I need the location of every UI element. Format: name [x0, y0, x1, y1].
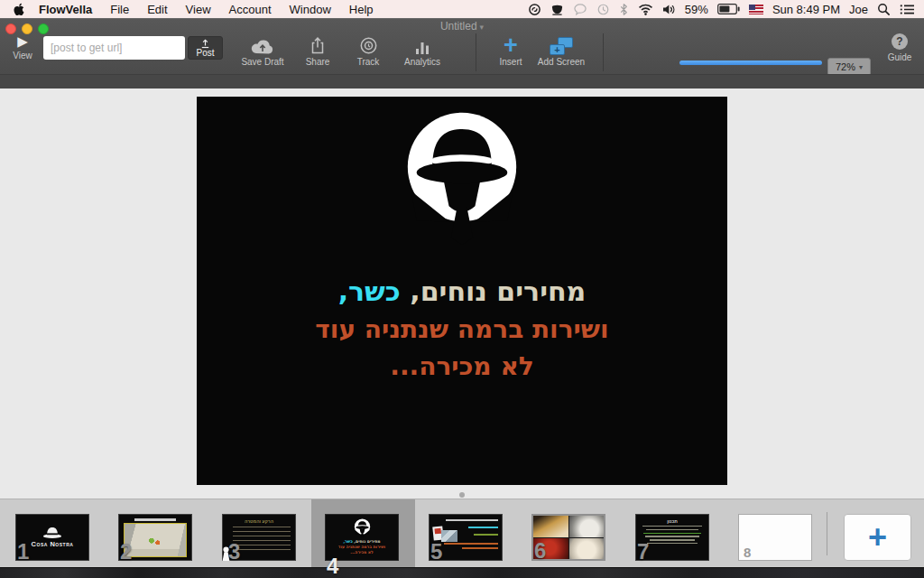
post-label: Post [196, 49, 214, 58]
mini-line-1-main: מחירים נוחים, [353, 539, 381, 544]
thumbnail-number: 2 [120, 539, 132, 564]
dough-photo [569, 538, 605, 560]
desktop-wallpaper [0, 567, 924, 578]
text-line [646, 529, 698, 530]
mini-line-1-accent: כשר, [343, 539, 352, 544]
product-image [441, 530, 457, 542]
add-screen-icon: + [550, 33, 573, 55]
slide-thumbnail-2[interactable]: 2 [118, 514, 192, 561]
cloud-upload-icon [249, 33, 276, 55]
menu-item-help[interactable]: Help [340, 3, 383, 16]
spotlight-search-icon[interactable] [877, 3, 891, 16]
document-title-dropdown[interactable]: Untitled▾ [0, 20, 924, 33]
thumbnail-number: 1 [17, 539, 29, 564]
thumbnail-number: 6 [534, 538, 546, 564]
track-icon [359, 33, 378, 55]
menu-bar-user[interactable]: Joe [849, 3, 868, 16]
thumbnail-number: 7 [637, 539, 649, 564]
text-line [650, 539, 695, 540]
zoom-slider[interactable] [679, 61, 822, 65]
analytics-label: Analytics [404, 57, 440, 67]
slide-line-1-accent: כשר, [338, 275, 401, 307]
menu-item-edit[interactable]: Edit [138, 3, 176, 16]
slide-filmstrip: Cosa Nostra 1 2 הרקע והמטרה 3 [0, 499, 924, 567]
volume-icon[interactable] [662, 4, 676, 15]
save-draft-label: Save Draft [241, 57, 283, 67]
messages-icon[interactable] [573, 3, 587, 16]
menu-item-account[interactable]: Account [220, 3, 281, 16]
text-line [462, 547, 498, 549]
menu-item-window[interactable]: Window [281, 3, 340, 16]
post-url-field[interactable] [43, 36, 185, 60]
editor-canvas: מחירים נוחים, כשר, ושירות ברמה שנתניה עו… [0, 89, 924, 499]
play-icon: ▶ [17, 33, 28, 50]
cheese-photo [533, 516, 568, 537]
insert-button[interactable]: + Insert [482, 33, 540, 67]
track-label: Track [357, 57, 380, 67]
slide-thumbnail-4-selected[interactable]: מחירים נוחים, כשר, ושירות ברמה שנתניה עו… [325, 514, 399, 561]
thumbnail-number: 4 [327, 554, 337, 564]
post-button[interactable]: Post [188, 36, 223, 60]
caret-down-icon: ▾ [859, 63, 863, 71]
menu-bar-clock[interactable]: Sun 8:49 PM [772, 3, 840, 16]
zoom-level-dropdown[interactable]: 72% ▾ [827, 58, 871, 76]
add-screen-button[interactable]: + Add Screen [532, 33, 590, 67]
plus-icon: + [504, 33, 518, 55]
flag-canton [749, 5, 755, 10]
bluetooth-icon[interactable] [619, 3, 629, 16]
add-slide-button[interactable]: + [844, 514, 911, 561]
slide-thumbnail-6[interactable]: 6 [531, 514, 605, 561]
notification-list-icon[interactable] [900, 4, 915, 15]
slide-thumbnail-8[interactable]: 8 [738, 514, 812, 561]
map-graphic [124, 523, 187, 558]
view-button[interactable]: ▶ View [7, 33, 38, 61]
menu-item-flowvella[interactable]: FlowVella [32, 3, 101, 16]
text-line [643, 533, 701, 534]
view-label: View [13, 51, 32, 61]
battery-percent: 59% [685, 3, 708, 16]
thumbnail-number: 8 [744, 545, 751, 560]
save-draft-button[interactable]: Save Draft [234, 33, 291, 67]
us-flag-icon[interactable] [749, 5, 763, 14]
app-toolbar: Untitled▾ ▶ View Post Save Draft Share [0, 18, 924, 74]
toolbar-divider [476, 33, 476, 71]
time-machine-icon[interactable] [596, 3, 610, 16]
guide-label: Guide [888, 52, 912, 62]
share-label: Share [306, 57, 330, 67]
menu-item-view[interactable]: View [177, 3, 220, 16]
slide-thumbnail-7[interactable]: תכנון 7 [635, 514, 709, 561]
current-slide[interactable]: מחירים נוחים, כשר, ושירות ברמה שנתניה עו… [197, 97, 727, 485]
text-line [645, 536, 699, 536]
slide-line-2: ושירות ברמה שנתניה עוד [315, 311, 608, 348]
shazam-icon[interactable] [528, 3, 541, 16]
macos-menu-bar: FlowVella File Edit View Account Window … [0, 0, 924, 18]
mini-line-3: לא מכירה... [338, 550, 385, 555]
slide-thumbnail-1[interactable]: Cosa Nostra 1 [15, 514, 89, 561]
thumbnail-number: 5 [430, 539, 442, 564]
bar-chart-icon [413, 33, 431, 55]
slide-line-1: מחירים נוחים, כשר, [315, 273, 608, 311]
text-line [468, 527, 498, 528]
mafia-hat-logo[interactable] [389, 103, 535, 247]
thumbnail-3-title: הרקע והמטרה [227, 518, 291, 524]
tiny-title-line [134, 518, 176, 521]
panel-resize-handle[interactable] [459, 492, 465, 498]
share-button[interactable]: Share [289, 33, 346, 67]
slide-thumbnail-3[interactable]: הרקע והמטרה 3 [222, 514, 296, 561]
wifi-icon[interactable] [638, 4, 653, 15]
apple-menu-icon[interactable] [13, 3, 24, 16]
guide-button[interactable]: ? Guide [878, 33, 921, 62]
slide-thumbnail-5[interactable]: 5 [429, 514, 503, 561]
caret-down-icon: ▾ [480, 23, 485, 32]
slide-line-1-main: מחירים נוחים, [401, 275, 586, 307]
track-button[interactable]: Track [339, 33, 397, 67]
analytics-button[interactable]: Analytics [393, 33, 451, 67]
text-line [444, 543, 498, 545]
menu-item-file[interactable]: File [101, 3, 138, 16]
mafia-hat-logo-mini [352, 517, 373, 538]
white-hat-icon [42, 527, 62, 538]
slide-text-block[interactable]: מחירים נוחים, כשר, ושירות ברמה שנתניה עו… [315, 273, 608, 385]
text-line [642, 526, 702, 527]
battery-icon [717, 4, 740, 14]
coffee-cup-icon[interactable] [550, 3, 564, 15]
